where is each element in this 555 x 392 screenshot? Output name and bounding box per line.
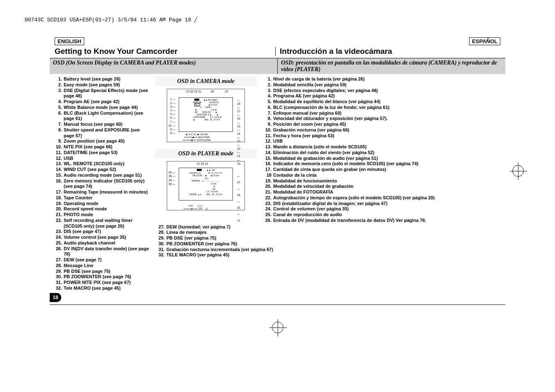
- list-item: 23.DIS (see page 47): [54, 229, 151, 235]
- cam-right-nums: — 18— 17— 16— 15— 14— 13— 12— 11— 10: [237, 98, 244, 166]
- item-text: Shutter speed and EXPOSURE (see page 57): [64, 127, 151, 139]
- item-text: White Balance mode (see page 44): [64, 105, 151, 111]
- item-text: Audio recording mode (see page 51): [64, 173, 151, 178]
- item-text: DIS (estabilizador digital de la imagen;…: [273, 201, 504, 207]
- item-number: 3.: [54, 88, 62, 99]
- item-text: Línea de mensajes: [166, 230, 370, 235]
- list-item: 5.White Balance mode (see page 44): [54, 105, 151, 111]
- list-item: 5.Modalidad de equilibrio del blanco (ve…: [263, 99, 504, 105]
- item-text: PB ZOOM/ENTER (see page 76): [64, 274, 151, 280]
- lang-espanol: ESPAÑOL: [469, 37, 500, 45]
- item-text: DSE (efectos especiales digitales; ver p…: [273, 88, 504, 94]
- list-item: 4.Program AE (see page 42): [54, 99, 151, 105]
- list-item: 18.Tape Counter: [54, 195, 151, 201]
- item-number: 14.: [263, 150, 272, 156]
- item-number: 29.: [54, 269, 62, 274]
- list-item: 6.BLC (compensación de la luz de fondo; …: [263, 105, 504, 111]
- list-item: 1.Battery level (see page 26): [54, 76, 151, 82]
- item-text: WL. REMOTE (SCD105 only): [64, 161, 151, 167]
- item-number: 28.: [157, 230, 165, 235]
- list-item: 32.Tele MACRO (see page 45): [54, 286, 151, 291]
- list-item: 3.DSE (Digital Special Effects) mode (se…: [54, 88, 151, 99]
- list-item: 29.PB DSE (see page 75): [54, 269, 151, 274]
- list-item: 16.Indicador de memoria cero (sólo el mo…: [263, 161, 504, 167]
- osd-camera-inner: ■ ■ SP ● REC MIRROR M-0:00:10 BLC ■ 5 5 …: [179, 97, 233, 132]
- item-number: 25.: [54, 240, 62, 246]
- item-text: Zero memory indicator (SCD105 only) (see…: [64, 178, 151, 190]
- item-text: Manual focus (see page 60): [64, 122, 151, 127]
- item-number: 24.: [263, 206, 272, 212]
- list-item: 4.Programa AE (ver página 42): [263, 93, 504, 99]
- item-number: 31.: [54, 280, 62, 286]
- item-number: 32.: [54, 286, 62, 291]
- list-item: 23.DIS (estabilizador digital de la imag…: [263, 201, 504, 207]
- item-number: 3.: [263, 88, 272, 94]
- list-item: 6.BLC (Back Light Compensation) (see pag…: [54, 111, 151, 122]
- item-number: 1.: [54, 76, 62, 82]
- item-text: DEW (humedad; ver página 7): [166, 224, 370, 230]
- list-item: 22.Autograbación y tiempo de espera (sól…: [263, 195, 504, 201]
- item-number: 6.: [54, 111, 62, 122]
- item-text: BLC (Back Light Compensation) (see page …: [64, 111, 151, 122]
- item-text: NITE PIX (see page 66): [64, 144, 151, 150]
- list-item: 22.Self recording and waiting timer (SCD…: [54, 218, 151, 229]
- subhead-left: OSD (On Screen Display in CAMERA and PLA…: [50, 58, 278, 74]
- list-item: 26.DV IN(DV data transfer mode) (see pag…: [54, 246, 151, 258]
- list-item: 27.DEW (see page 7): [54, 257, 151, 263]
- item-text: Cantidad de cinta que queda sin grabar (…: [273, 167, 504, 173]
- list-item: 10.Grabación nocturna (ver página 66): [263, 127, 504, 133]
- list-item: 2.Easy mode (see pages 59): [54, 82, 151, 88]
- battery-icon: [194, 99, 199, 101]
- lbl-blc: BLC: [194, 103, 200, 106]
- list-item: 15.Modalidad de grabación de audio (ver …: [263, 156, 504, 161]
- title-left: Getting to Know Your Camcorder: [55, 47, 275, 56]
- item-number: 31.: [157, 247, 165, 253]
- list-item: 19.Operating mode: [54, 201, 151, 207]
- list-item: 19.Modalidad de funcionamiento: [263, 178, 504, 184]
- item-text: DATE/TIME (see page 53): [64, 150, 151, 156]
- item-text: Modalidad de grabación de audio (ver pág…: [273, 156, 504, 161]
- p-date: JAN . 10 , 2 0 0 4: [206, 193, 222, 196]
- list-item: 1.Nivel de carga de la batería (ver pági…: [263, 76, 504, 82]
- list-item: 3.DSE (efectos especiales digitales; ver…: [263, 88, 504, 94]
- item-text: Audio playback channel: [64, 240, 151, 246]
- list-item: 15.Audio recording mode (see page 51): [54, 173, 151, 178]
- item-text: Mando a distancia (sólo el modelo SCD105…: [273, 144, 504, 150]
- p-vol: VOL.: [189, 205, 193, 207]
- list-item: 18Contador de la cinta: [263, 173, 504, 178]
- list-item: 2.Modalidad sencilla (ver página 59): [263, 82, 504, 88]
- item-text: PHOTO mode: [64, 212, 151, 218]
- item-number: 32.: [157, 252, 165, 258]
- item-number: 28.: [54, 263, 62, 269]
- item-text: Modalidad de equilibrio del blanco (ver …: [273, 99, 504, 105]
- item-text: Grabación nocturna incrementada (ver pág…: [166, 247, 370, 253]
- item-number: 29.: [157, 235, 165, 241]
- lbl-exposure2: EXPOSURE: [197, 139, 211, 141]
- item-number: 10.: [263, 127, 272, 133]
- item-number: 27.: [157, 224, 165, 230]
- item-text: DIS (see page 47): [64, 229, 151, 235]
- item-number: 30.: [157, 241, 165, 247]
- item-text: Modalidad de FOTOGRAFÍA: [273, 189, 504, 195]
- bottom-register-mark: [25, 322, 530, 333]
- cam-topnums-m: 20: [211, 90, 214, 93]
- item-number: 9.: [263, 122, 272, 127]
- item-number: 30.: [54, 274, 62, 280]
- item-text: Remaining Tape (measured in minutes): [64, 189, 151, 195]
- list-item: 13.WL. REMOTE (SCD105 only): [54, 161, 151, 167]
- list-item: 11.Fecha y hora (ver página 53): [263, 133, 504, 139]
- p-12x: 1.2x: [205, 177, 208, 180]
- list-item: 31.Grabación nocturna incrementada (ver …: [157, 247, 370, 253]
- list-item: 8.Velocidad del obturador y exposición (…: [263, 116, 504, 122]
- list-item: 13.Mando a distancia (sólo el modelo SCD…: [263, 144, 504, 150]
- item-number: 26.: [54, 246, 62, 258]
- item-number: 20.: [263, 184, 272, 189]
- lbl-zoom: ZOOM: [200, 133, 208, 136]
- cam-topnums-r: 19: [225, 90, 228, 93]
- list-item: 21.Modalidad de FOTOGRAFÍA: [263, 189, 504, 195]
- item-text: Record speed mode: [64, 206, 151, 212]
- p-time: 1 0 : 0 0 A M: [206, 190, 218, 193]
- p-24: 24: [199, 207, 202, 210]
- item-number: 18.: [54, 195, 62, 201]
- side-register-mark: [512, 165, 524, 177]
